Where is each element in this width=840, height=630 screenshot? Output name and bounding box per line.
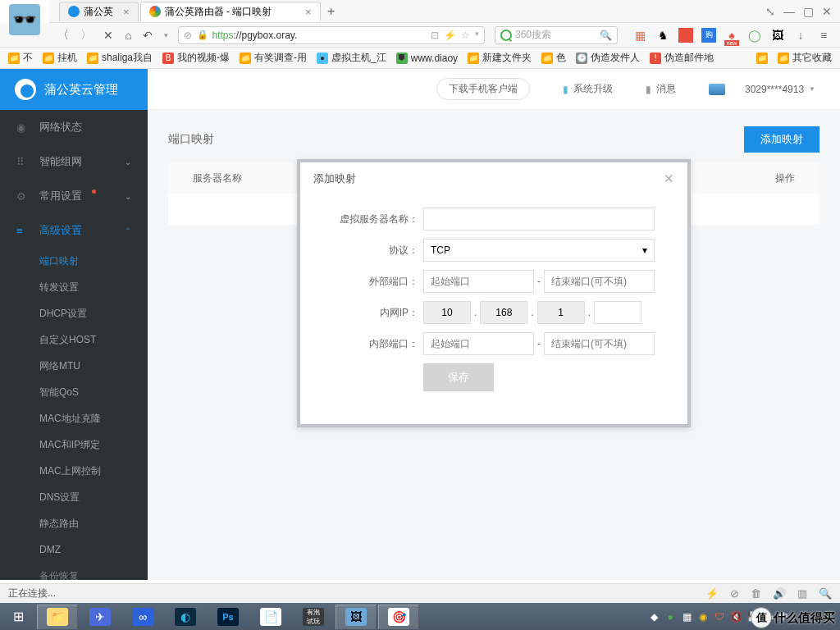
ext-port-start-input[interactable] (423, 270, 534, 293)
new-tab-button[interactable]: + (322, 2, 340, 21)
messages-link[interactable]: ▮消息 (646, 82, 676, 96)
ext-port-end-input[interactable] (544, 270, 655, 293)
ext-icon[interactable]: ♞ (655, 28, 670, 43)
ip-octet-1[interactable] (423, 301, 471, 324)
task-app[interactable]: 有泡试玩 (293, 605, 334, 629)
volume-icon[interactable]: 🔇 (730, 611, 742, 623)
adblock-icon[interactable]: ⊘ (730, 587, 739, 600)
ext-icon[interactable] (678, 28, 693, 43)
task-photoshop[interactable]: Ps (208, 605, 249, 629)
bookmark-item[interactable]: 📁色 (538, 49, 569, 66)
bookmark-item[interactable]: ⛊www.diaoy (393, 51, 461, 66)
sub-qos[interactable]: 智能QoS (0, 379, 148, 405)
bookmark-item[interactable]: 🕒伪造发件人 (573, 49, 643, 66)
split-icon[interactable]: ▥ (797, 587, 807, 600)
start-button[interactable]: ⊞ (0, 603, 36, 630)
home-button[interactable]: ⌂ (125, 29, 131, 42)
int-port-start-input[interactable] (423, 332, 534, 355)
menu-network-status[interactable]: ◉网络状态 (0, 110, 148, 144)
menu-icon[interactable]: ≡ (816, 28, 831, 43)
ext-icon[interactable]: ◯ (747, 28, 762, 43)
bookmark-item[interactable]: !伪造邮件地 (646, 49, 717, 66)
browser-tab-active[interactable]: 蒲公英路由器 - 端口映射 × (140, 2, 321, 21)
sub-mtu[interactable]: 网络MTU (0, 353, 148, 379)
task-app[interactable]: 🖼 (336, 605, 377, 629)
bookmark-item[interactable]: 📁 (753, 51, 771, 66)
address-bar[interactable]: ⊘ 🔒 https ://pgybox.oray. ⊡ ⚡ ☆ ▾ (178, 26, 485, 44)
maximize-icon[interactable]: ▢ (803, 5, 814, 18)
close-icon[interactable]: × (305, 6, 312, 18)
add-mapping-button[interactable]: 添加映射 (744, 126, 819, 153)
chevron-down-icon[interactable]: ▾ (164, 31, 168, 39)
flash-icon[interactable]: ⚡ (444, 30, 456, 41)
stop-button[interactable]: ✕ (103, 29, 113, 42)
bookmark-item[interactable]: 📁新建文件夹 (464, 49, 535, 66)
modal-close-button[interactable]: ✕ (664, 171, 674, 186)
sub-port-mapping[interactable]: 端口映射 (0, 248, 148, 274)
brand-logo[interactable]: 蒲公英云管理 (0, 69, 148, 110)
bookmark-item[interactable]: 📁其它收藏 (774, 49, 835, 66)
ext-icon[interactable]: ♠new (724, 28, 739, 43)
bookmark-item[interactable]: 📁不 (5, 49, 36, 66)
task-explorer[interactable]: 📁 (37, 605, 78, 629)
task-app[interactable]: 📄 (250, 605, 291, 629)
tray-icon[interactable]: ◉ (697, 611, 709, 623)
close-icon[interactable]: ✕ (822, 5, 832, 18)
bookmark-item[interactable]: 📁挂机 (39, 49, 80, 66)
profile-avatar[interactable]: 🕶️ (0, 0, 49, 23)
sub-dhcp[interactable]: DHCP设置 (0, 300, 148, 326)
device-sn-dropdown[interactable]: 3029****4913 (709, 84, 815, 95)
sub-mac-ctrl[interactable]: MAC上网控制 (0, 458, 148, 484)
volume-icon[interactable]: 🔊 (773, 587, 786, 600)
sub-mac-ip[interactable]: MAC和IP绑定 (0, 431, 148, 458)
system-upgrade-link[interactable]: ▮系统升级 (563, 82, 613, 96)
ip-octet-4[interactable] (594, 301, 641, 324)
menu-smart-network[interactable]: ⠿智能组网⌄ (0, 144, 148, 179)
bookmark-item[interactable]: B我的视频-爆 (159, 49, 233, 66)
bookmark-item[interactable]: ●虚拟主机_江 (313, 49, 390, 66)
menu-advanced-settings[interactable]: ≡高级设置⌃ (0, 213, 148, 248)
task-browser[interactable]: 🎯 (378, 605, 419, 629)
sub-forward[interactable]: 转发设置 (0, 274, 148, 300)
dropdown-icon[interactable]: ▾ (475, 30, 479, 41)
bookmark-item[interactable]: 📁有奖调查-用 (236, 49, 310, 66)
tray-icon[interactable]: ● (664, 611, 676, 623)
zoom-icon[interactable]: 🔍 (819, 587, 832, 600)
compat-icon[interactable]: ⚡ (705, 587, 719, 600)
sub-static-route[interactable]: 静态路由 (0, 510, 148, 536)
back-button[interactable]: 〈 (57, 28, 69, 43)
qr-icon[interactable]: ⊡ (431, 30, 439, 41)
star-icon[interactable]: ☆ (461, 30, 470, 41)
task-app[interactable]: ∞ (122, 605, 163, 629)
tray-icon[interactable]: ▦ (681, 611, 692, 623)
sub-mac-clone[interactable]: MAC地址克隆 (0, 405, 148, 431)
sub-backup[interactable]: 备份恢复 (0, 563, 148, 580)
ip-octet-3[interactable] (537, 301, 585, 324)
ext-icon[interactable]: 购 (701, 28, 716, 43)
ext-icon[interactable]: 🖼 (770, 28, 785, 43)
search-bar[interactable]: 360搜索 🔍 (495, 26, 618, 44)
undo-button[interactable]: ↶ (143, 29, 153, 42)
ip-octet-2[interactable] (480, 301, 527, 324)
menu-common-settings[interactable]: ⚙常用设置⌄ (0, 179, 148, 213)
grid-icon[interactable]: ▦ (632, 28, 647, 43)
minimize-icon[interactable]: — (783, 5, 795, 18)
close-icon[interactable]: × (123, 6, 130, 18)
trash-icon[interactable]: 🗑 (751, 587, 761, 600)
task-app[interactable]: ◐ (165, 605, 206, 629)
server-name-input[interactable] (423, 208, 655, 231)
download-client-button[interactable]: 下载手机客户端 (436, 78, 530, 100)
download-icon[interactable]: ↓ (793, 28, 808, 43)
sub-host[interactable]: 自定义HOST (0, 326, 148, 353)
tray-icon[interactable]: 🛡 (714, 611, 725, 623)
magnify-icon[interactable]: 🔍 (600, 30, 612, 41)
int-port-end-input[interactable] (544, 332, 655, 355)
bookmark-item[interactable]: 📁shaliga我自 (84, 49, 156, 66)
restore-icon[interactable]: ⤡ (765, 5, 775, 18)
save-button[interactable]: 保存 (423, 363, 494, 391)
protocol-select[interactable]: TCP▾ (423, 239, 655, 262)
task-app[interactable]: ✈ (80, 605, 121, 629)
sub-dmz[interactable]: DMZ (0, 536, 148, 563)
browser-tab[interactable]: 蒲公英 × (59, 2, 139, 21)
tray-icon[interactable]: ◆ (648, 611, 660, 623)
